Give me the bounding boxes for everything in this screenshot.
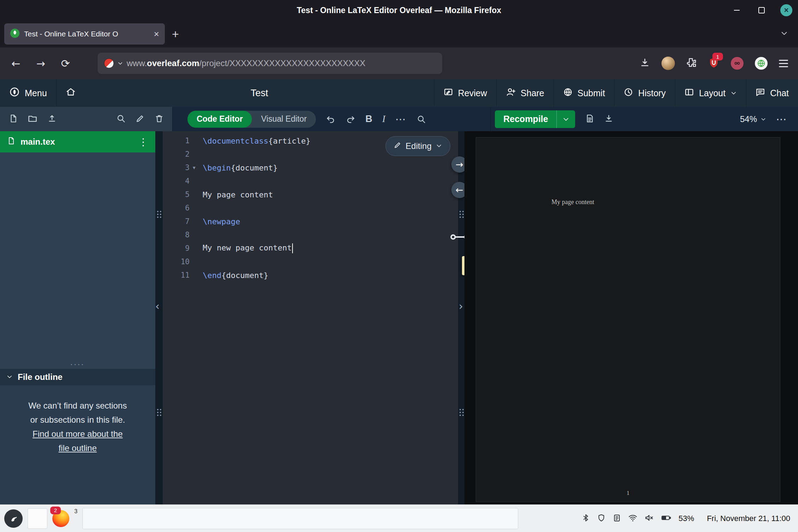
privacy-extension-icon[interactable] [731, 57, 744, 70]
tab-close-icon[interactable]: × [154, 29, 159, 39]
history-button[interactable]: History [614, 79, 675, 107]
code-line[interactable]: 11\end{document} [163, 268, 458, 282]
window-title: Test - Online LaTeX Editor Overleaf — Mo… [297, 6, 501, 15]
code-editor-tab[interactable]: Code Editor [187, 111, 252, 128]
editing-mode-label: Editing [406, 141, 432, 151]
wifi-icon[interactable] [628, 513, 637, 524]
site-identity-chevron-icon[interactable] [117, 60, 123, 66]
compile-log-icon[interactable] [585, 114, 594, 125]
file-tree-panel: main.tex ⋮ ···· File outline We can’t fi… [0, 131, 155, 505]
clock[interactable]: Fri, November 21, 11:00 [707, 514, 790, 523]
zoom-control[interactable]: 54% [740, 114, 766, 124]
reload-button[interactable]: ⟳ [57, 54, 74, 72]
submit-button[interactable]: Submit [554, 79, 614, 107]
url-bar[interactable]: www.overleaf.com/project/XXXXXXXXXXXXXXX… [98, 53, 442, 74]
redo-icon[interactable] [346, 114, 355, 124]
clipboard-icon[interactable] [613, 514, 621, 524]
visual-editor-tab[interactable]: Visual Editor [252, 114, 316, 124]
code-text: My page content [201, 190, 273, 199]
downloads-icon[interactable] [640, 57, 650, 69]
outline-chevron-down-icon [6, 372, 13, 382]
file-row-main-tex[interactable]: main.tex ⋮ [0, 131, 155, 152]
editing-mode-dropdown[interactable]: Editing [386, 136, 450, 156]
code-line[interactable]: 10 [163, 255, 458, 268]
volume-muted-icon[interactable] [644, 513, 654, 524]
outline-resize-handle[interactable]: ···· [0, 360, 155, 369]
recompile-button[interactable]: Recompile [495, 110, 575, 128]
close-button[interactable]: × [780, 4, 792, 16]
recompile-chevron-icon[interactable] [557, 116, 575, 123]
more-tools-icon[interactable]: ⋯ [395, 113, 407, 125]
battery-percent: 53% [678, 514, 694, 523]
outline-help-link-line2[interactable]: file outline [8, 441, 147, 455]
code-line[interactable]: 6 [163, 201, 458, 215]
back-button[interactable]: ← [7, 54, 25, 72]
line-number: 4 [163, 177, 192, 185]
outline-help-link-line1[interactable]: Find out more about the [8, 427, 147, 441]
home-button[interactable] [56, 79, 85, 107]
ublock-extension-icon[interactable]: 1 [708, 57, 719, 70]
code-line[interactable]: 8 [163, 228, 458, 242]
share-button[interactable]: Share [496, 79, 554, 107]
window-thumbnail-button[interactable] [28, 508, 47, 529]
task-list-area[interactable] [82, 508, 518, 529]
account-avatar[interactable] [661, 57, 675, 70]
code-editor[interactable]: 1\documentclass{article}23▾\begin{docume… [163, 131, 458, 505]
layout-columns-icon [684, 87, 694, 99]
code-line[interactable]: 9My new page content [163, 242, 458, 255]
undo-icon[interactable] [326, 114, 336, 124]
download-pdf-icon[interactable] [604, 114, 613, 125]
menu-button[interactable]: Menu [0, 79, 56, 107]
site-identity-icon[interactable] [104, 58, 114, 68]
review-label: Review [458, 88, 487, 98]
maximize-button[interactable] [756, 4, 768, 16]
upload-icon[interactable] [47, 114, 57, 125]
firefox-task-button[interactable]: 2 [52, 509, 71, 528]
code-text: My new page content [201, 243, 293, 253]
code-line[interactable]: 3▾\begin{document} [163, 161, 458, 174]
start-menu-button[interactable] [4, 509, 23, 528]
rename-pencil-icon[interactable] [135, 114, 145, 125]
navigation-toolbar: ← → ⟳ www.overleaf.com/project/XXXXXXXXX… [0, 47, 798, 79]
pdf-more-icon[interactable]: ⋯ [776, 113, 787, 125]
chat-button[interactable]: Chat [746, 79, 798, 107]
security-shield-icon[interactable] [597, 514, 606, 524]
globe-extension-icon[interactable] [755, 57, 768, 70]
bold-button[interactable]: B [365, 114, 372, 125]
search-project-icon[interactable] [116, 114, 126, 125]
collapse-left-chevron-icon[interactable]: ‹ [155, 301, 160, 312]
code-line[interactable]: 5My page content [163, 188, 458, 201]
extensions-puzzle-icon[interactable] [686, 57, 697, 69]
file-outline-header[interactable]: File outline [0, 369, 155, 385]
bluetooth-icon[interactable] [582, 514, 590, 524]
new-folder-icon[interactable] [28, 114, 37, 125]
text-cursor [292, 243, 293, 253]
forward-button[interactable]: → [32, 54, 50, 72]
filetree-editor-divider[interactable]: ‹ [155, 131, 163, 505]
menu-hamburger-icon[interactable] [779, 60, 788, 67]
review-button[interactable]: Review [434, 79, 496, 107]
minimize-button[interactable] [731, 4, 743, 16]
home-icon [66, 87, 76, 99]
pdf-toolbar: Recompile 54% ⋯ [490, 107, 798, 131]
code-text: \documentclass{article} [201, 137, 311, 145]
delete-trash-icon[interactable] [155, 114, 164, 125]
file-tree-empty-area[interactable] [0, 152, 155, 360]
url-text[interactable]: www.overleaf.com/project/XXXXXXXXXXXXXXX… [127, 58, 365, 68]
code-line[interactable]: 7\newpage [163, 215, 458, 228]
minimize-icon [734, 10, 740, 11]
search-editor-icon[interactable] [417, 115, 426, 124]
new-tab-button[interactable]: + [172, 27, 179, 41]
maximize-icon [758, 7, 765, 13]
collapse-right-chevron-icon[interactable]: › [459, 301, 463, 312]
new-file-icon[interactable] [8, 114, 18, 125]
list-tabs-chevron-icon[interactable] [780, 29, 788, 39]
layout-button[interactable]: Layout [675, 79, 746, 107]
file-menu-kebab-icon[interactable]: ⋮ [138, 136, 148, 148]
italic-button[interactable]: I [382, 114, 386, 125]
fold-caret-icon[interactable]: ▾ [192, 164, 201, 171]
window-count-indicator: 3 [74, 508, 77, 515]
pdf-preview-panel[interactable]: My page content 1 [464, 131, 798, 505]
code-line[interactable]: 4 [163, 174, 458, 188]
browser-tab[interactable]: Test - Online LaTeX Editor O × [4, 23, 165, 45]
